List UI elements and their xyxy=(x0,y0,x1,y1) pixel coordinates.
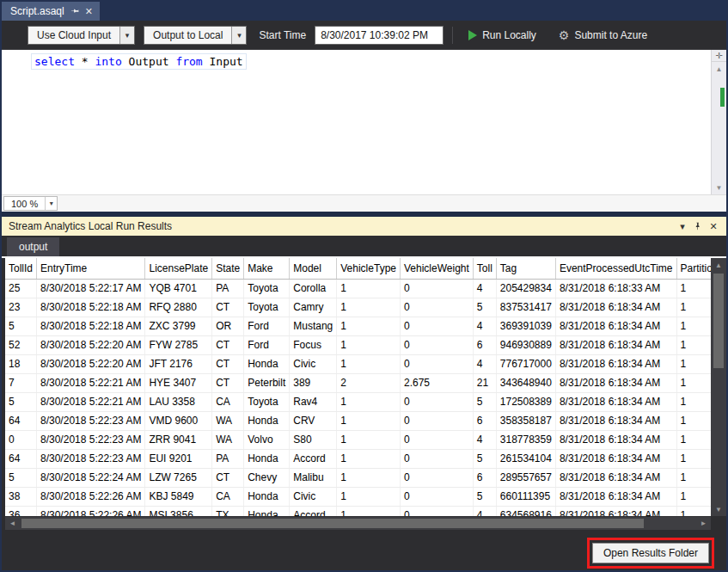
scrollbar-corner xyxy=(711,517,726,530)
table-cell: VMD 9600 xyxy=(145,411,212,430)
chevron-down-icon[interactable]: ▾ xyxy=(45,197,57,210)
table-cell: Toyota xyxy=(244,279,290,298)
input-source-dropdown[interactable]: Use Cloud Input ▾ xyxy=(28,26,135,45)
code-editor[interactable]: select * into Output from Input ✛ ▲ ▼ xyxy=(2,50,726,194)
column-header[interactable]: VehicleType xyxy=(337,258,401,279)
run-locally-button[interactable]: Run Locally xyxy=(462,24,543,46)
scroll-down-icon[interactable]: ▼ xyxy=(712,181,726,194)
table-row[interactable]: 58/30/2018 5:22:24 AMLZW 7265CTChevyMali… xyxy=(5,468,711,487)
editor-vertical-scrollbar[interactable]: ✛ ▲ ▼ xyxy=(711,50,726,194)
code-line: select * into Output from Input xyxy=(31,53,247,70)
table-cell: 5 xyxy=(473,298,496,317)
vertical-scroll-thumb[interactable] xyxy=(713,274,724,368)
table-cell: 0 xyxy=(400,449,473,468)
table-row[interactable]: 368/30/2018 5:22:26 AMMSI 3856TXHondaAcc… xyxy=(5,506,711,516)
column-header[interactable]: LicensePlate xyxy=(145,258,212,279)
table-cell: RFQ 2880 xyxy=(145,298,212,317)
column-header[interactable]: Model xyxy=(290,258,337,279)
output-target-dropdown-label: Output to Local xyxy=(144,27,231,44)
table-cell: Volvo xyxy=(244,430,290,449)
table-cell: PA xyxy=(212,279,244,298)
scroll-up-icon[interactable]: ▲ xyxy=(711,258,726,272)
column-header[interactable]: Tag xyxy=(496,258,555,279)
table-cell: 837531417 xyxy=(496,298,555,317)
table-row[interactable]: 58/30/2018 5:22:18 AMZXC 3799ORFordMusta… xyxy=(5,317,711,335)
table-row[interactable]: 08/30/2018 5:22:23 AMZRR 9041WAVolvoS801… xyxy=(5,430,711,449)
table-row[interactable]: 188/30/2018 5:22:20 AMJFT 2176CTHondaCiv… xyxy=(5,354,711,373)
output-target-dropdown[interactable]: Output to Local ▾ xyxy=(144,26,247,45)
editor-scroll-track[interactable] xyxy=(712,76,726,181)
table-row[interactable]: 58/30/2018 5:22:21 AMLAU 3358CAToyotaRav… xyxy=(5,392,711,411)
split-handle-icon[interactable]: ✛ xyxy=(712,50,726,62)
table-cell: 64 xyxy=(5,411,37,430)
tab-script-asaql[interactable]: Script.asaql ✕ xyxy=(2,2,100,21)
table-cell: 0 xyxy=(400,430,473,449)
results-panel-title-bar: Stream Analytics Local Run Results ▾ ✕ xyxy=(2,217,726,236)
editor-text-area[interactable]: select * into Output from Input xyxy=(2,50,711,194)
table-cell: 4 xyxy=(473,354,496,373)
table-cell: 1 xyxy=(337,279,401,298)
table-row[interactable]: 78/30/2018 5:22:21 AMHYE 3407CTPeterbilt… xyxy=(5,373,711,392)
column-header[interactable]: Partition xyxy=(676,258,711,279)
table-cell: Peterbilt xyxy=(244,373,290,392)
table-cell: Civic xyxy=(290,354,337,373)
scroll-down-icon[interactable]: ▼ xyxy=(711,502,726,516)
tab-output[interactable]: output xyxy=(7,237,59,256)
table-row[interactable]: 388/30/2018 5:22:26 AMKBJ 5849CAHondaCiv… xyxy=(5,487,711,506)
vertical-scroll-track[interactable] xyxy=(711,272,726,502)
table-row[interactable]: 648/30/2018 5:22:23 AMEUI 9201PAHondaAcc… xyxy=(5,449,711,468)
table-cell: Camry xyxy=(290,298,337,317)
results-horizontal-scrollbar[interactable]: ◄ ► xyxy=(2,516,726,531)
zoom-level-value: 100 % xyxy=(4,197,45,210)
table-row[interactable]: 238/30/2018 5:22:18 AMRFQ 2880CTToyotaCa… xyxy=(5,298,711,317)
table-row[interactable]: 258/30/2018 5:22:17 AMYQB 4701PAToyotaCo… xyxy=(5,279,711,298)
table-cell: 1 xyxy=(676,354,711,373)
results-vertical-scrollbar[interactable]: ▲ ▼ xyxy=(711,258,726,516)
table-cell: 369391039 xyxy=(496,317,555,335)
scroll-up-icon[interactable]: ▲ xyxy=(712,62,726,76)
table-cell: CT xyxy=(212,354,244,373)
column-header[interactable]: Toll xyxy=(473,258,496,279)
table-cell: 289557657 xyxy=(496,468,555,487)
submit-to-azure-button[interactable]: ⚙ Submit to Azure xyxy=(552,24,654,46)
table-cell: 8/30/2018 5:22:18 AM xyxy=(37,317,145,335)
table-cell: 5 xyxy=(473,392,496,411)
pin-icon[interactable] xyxy=(690,218,706,234)
scroll-left-icon[interactable]: ◄ xyxy=(5,517,20,530)
window-menu-icon[interactable]: ▾ xyxy=(675,218,690,234)
column-header[interactable]: VehicleWeight xyxy=(400,258,473,279)
table-cell: 0 xyxy=(400,506,473,516)
column-header[interactable]: TollId xyxy=(5,258,37,279)
horizontal-scroll-track[interactable] xyxy=(20,517,696,530)
table-cell: Accord xyxy=(290,449,337,468)
chevron-down-icon[interactable]: ▾ xyxy=(119,27,134,44)
column-header[interactable]: EventProcessedUtcTime xyxy=(555,258,676,279)
table-cell: 1 xyxy=(337,506,401,516)
open-results-folder-button[interactable]: Open Results Folder xyxy=(592,543,709,563)
table-cell: 205429834 xyxy=(496,279,555,298)
chevron-down-icon[interactable]: ▾ xyxy=(231,27,246,44)
zoom-level-dropdown[interactable]: 100 % ▾ xyxy=(3,196,58,211)
column-header[interactable]: EntryTime xyxy=(37,258,145,279)
table-cell: 172508389 xyxy=(496,392,555,411)
column-header[interactable]: Make xyxy=(244,258,290,279)
table-cell: 8/30/2018 5:22:18 AM xyxy=(37,298,145,317)
start-time-input[interactable] xyxy=(315,26,444,45)
table-cell: Mustang xyxy=(290,317,337,335)
table-row[interactable]: 648/30/2018 5:22:23 AMVMD 9600WAHondaCRV… xyxy=(5,411,711,430)
pin-icon[interactable] xyxy=(70,7,79,15)
close-icon[interactable]: ✕ xyxy=(706,218,721,234)
table-cell: Corolla xyxy=(290,279,337,298)
horizontal-scroll-thumb[interactable] xyxy=(21,519,644,528)
scroll-right-icon[interactable]: ► xyxy=(696,517,711,530)
table-cell: Toyota xyxy=(244,392,290,411)
table-cell: 4 xyxy=(473,279,496,298)
table-cell: 776717000 xyxy=(496,354,555,373)
table-cell: 634568916 xyxy=(496,506,555,516)
close-icon[interactable]: ✕ xyxy=(85,7,93,16)
column-header[interactable]: State xyxy=(212,258,244,279)
table-row[interactable]: 528/30/2018 5:22:20 AMFYW 2785CTFordFocu… xyxy=(5,335,711,354)
table-cell: 5 xyxy=(5,468,37,487)
table-cell: Focus xyxy=(290,335,337,354)
table-cell: CT xyxy=(212,298,244,317)
